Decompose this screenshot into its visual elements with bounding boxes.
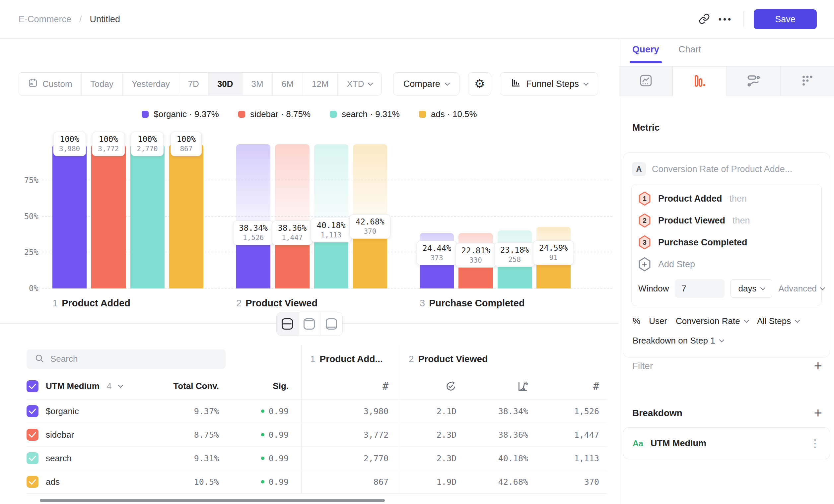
legend-item-organic[interactable]: $organic · 9.37%	[142, 109, 219, 119]
sig-column-header[interactable]: Sig.	[219, 373, 301, 399]
funnel-bar-ads[interactable]: 42.68%370	[353, 143, 387, 289]
row-conv-rate: 42.68%	[464, 470, 537, 494]
breakdown-column-label[interactable]: UTM Medium	[46, 381, 100, 391]
row-checkbox[interactable]	[26, 429, 39, 441]
funnel-bar-search[interactable]: 40.18%1,113	[314, 143, 348, 289]
add-filter-button[interactable]: +	[814, 359, 822, 373]
metric-step-1[interactable]: 1Product Addedthen	[638, 188, 815, 210]
funnel-bar-ads[interactable]: 100%867	[169, 143, 203, 289]
count-column-icon[interactable]: #	[301, 373, 400, 399]
funnel-bar-ads[interactable]: 24.59%91	[536, 143, 571, 289]
breakdown-checkbox[interactable]	[26, 380, 39, 392]
breakdown-item-card[interactable]: AaUTM Medium⋮	[623, 428, 830, 459]
range-6m[interactable]: 6M	[273, 73, 303, 95]
row-total-conv: 8.75%	[159, 423, 219, 446]
avg-time-column-icon[interactable]	[400, 373, 464, 399]
tooltip-count: 2,770	[137, 145, 158, 153]
tab-query[interactable]: Query	[632, 44, 659, 63]
tooltip-count: 3,980	[59, 145, 80, 153]
funnel-bar-search[interactable]: 23.18%258	[498, 143, 532, 289]
chart-type-trend[interactable]	[619, 67, 673, 96]
breadcrumb: E-Commerce / Untitled	[19, 14, 120, 25]
count-column-icon[interactable]: #	[537, 373, 607, 399]
range-3m[interactable]: 3M	[242, 73, 273, 95]
legend-item-ads[interactable]: ads · 10.5%	[419, 109, 477, 119]
funnel-bar-sidebar[interactable]: 22.81%330	[459, 143, 492, 289]
layout-split-button[interactable]	[277, 312, 299, 336]
table-row-organic[interactable]: $organic9.37%0.993,9802.1D38.34%1,526	[26, 399, 607, 423]
funnel-bar-search[interactable]: 100%2,770	[130, 143, 164, 289]
tooltip-count: 1,447	[278, 234, 307, 242]
funnel-bar-sidebar[interactable]: 100%3,772	[91, 143, 125, 289]
breadcrumb-parent[interactable]: E-Commerce	[19, 14, 71, 25]
save-button[interactable]: Save	[754, 9, 817, 29]
breadcrumb-current[interactable]: Untitled	[90, 14, 120, 25]
metric-title-row[interactable]: A Conversion Rate of Product Adde...	[632, 162, 821, 176]
metric-card: A Conversion Rate of Product Adde... 1Pr…	[623, 153, 830, 358]
range-custom[interactable]: Custom	[19, 73, 82, 95]
row-step1-count: 2,770	[301, 446, 400, 470]
breakdown-on-step-select[interactable]: Breakdown on Step 1	[631, 326, 822, 353]
funnel-bar-organic[interactable]: 38.34%1,526	[236, 143, 270, 289]
table-row-sidebar[interactable]: sidebar8.75%0.993,7722.3D38.36%1,447	[26, 423, 607, 446]
total-conv-column-header[interactable]: Total Conv.	[159, 373, 219, 399]
layout-chart-only-button[interactable]	[299, 312, 321, 336]
row-checkbox[interactable]	[26, 452, 39, 464]
converted-users-bar	[169, 144, 203, 289]
chart-type-button[interactable]: Funnel Steps	[500, 72, 598, 95]
row-conv-rate: 40.18%	[464, 446, 537, 470]
date-range-control: CustomTodayYesterday7D30D3M6M12MXTD	[19, 72, 381, 95]
share-link-button[interactable]	[694, 8, 715, 30]
layout-table-only-button[interactable]	[321, 312, 342, 336]
table-row-search[interactable]: search9.31%0.992,7702.3D40.18%1,113	[26, 446, 607, 470]
add-breakdown-button[interactable]: +	[814, 406, 822, 420]
range-30d[interactable]: 30D	[208, 73, 242, 95]
metric-step-3[interactable]: 3Purchase Completed	[638, 231, 815, 253]
step-label-1: 1Product Added	[52, 298, 130, 309]
range-label: Custom	[42, 79, 72, 89]
window-unit-select[interactable]: days	[730, 279, 772, 298]
compare-button[interactable]: Compare	[393, 72, 459, 95]
search-input[interactable]	[50, 354, 218, 364]
legend-label: ads · 10.5%	[431, 109, 477, 119]
tab-chart[interactable]: Chart	[678, 44, 701, 63]
measure-entity[interactable]: User	[649, 316, 667, 326]
row-checkbox[interactable]	[26, 476, 39, 488]
metric-step-2[interactable]: 2Product Viewedthen	[638, 210, 815, 231]
chart-type-funnel[interactable]	[673, 67, 726, 96]
split-view-icon	[282, 318, 293, 329]
row-checkbox[interactable]	[26, 405, 39, 417]
table-group-step1: 1 Product Add...	[301, 345, 400, 373]
range-today[interactable]: Today	[82, 73, 123, 95]
horizontal-scrollbar[interactable]	[40, 499, 385, 502]
conv-rate-column-icon[interactable]: %	[464, 373, 537, 399]
more-options-button[interactable]: •••	[715, 8, 736, 30]
legend-item-sidebar[interactable]: sidebar · 8.75%	[238, 109, 310, 119]
measure-scope-select[interactable]: All Steps	[757, 316, 799, 326]
funnel-bar-organic[interactable]: 100%3,980	[52, 143, 87, 289]
tooltip-percent: 38.36%	[278, 224, 307, 233]
range-label: XTD	[347, 79, 364, 89]
advanced-toggle[interactable]: Advanced	[778, 283, 825, 294]
range-12m[interactable]: 12M	[303, 73, 338, 95]
funnel-bar-organic[interactable]: 24.44%373	[420, 143, 454, 289]
item-menu-icon[interactable]: ⋮	[810, 437, 820, 450]
add-step-button[interactable]: + Add Step	[638, 253, 815, 275]
tooltip-count: 91	[539, 254, 568, 261]
range-xtd[interactable]: XTD	[338, 73, 381, 95]
search-box[interactable]	[26, 349, 225, 369]
chart-settings-button[interactable]: ⚙	[468, 72, 491, 95]
chart-type-flow[interactable]	[727, 67, 781, 96]
range-7d[interactable]: 7D	[179, 73, 208, 95]
range-yesterday[interactable]: Yesterday	[123, 73, 179, 95]
window-value-input[interactable]	[675, 279, 725, 298]
legend-item-search[interactable]: search · 9.31%	[330, 109, 400, 119]
tooltip-count: 370	[356, 227, 385, 235]
funnel-bar-sidebar[interactable]: 38.36%1,447	[275, 143, 309, 289]
chart-type-cohort[interactable]	[781, 67, 834, 96]
funnel-plot: 0%25%50%75%100%3,980100%3,772100%2,77010…	[19, 143, 612, 289]
row-total-conv: 9.37%	[159, 399, 219, 423]
chevron-down-icon[interactable]	[118, 383, 124, 388]
measure-metric-select[interactable]: Conversion Rate	[676, 316, 748, 326]
table-row-ads[interactable]: ads10.5%0.998671.9D42.68%370	[26, 470, 607, 494]
